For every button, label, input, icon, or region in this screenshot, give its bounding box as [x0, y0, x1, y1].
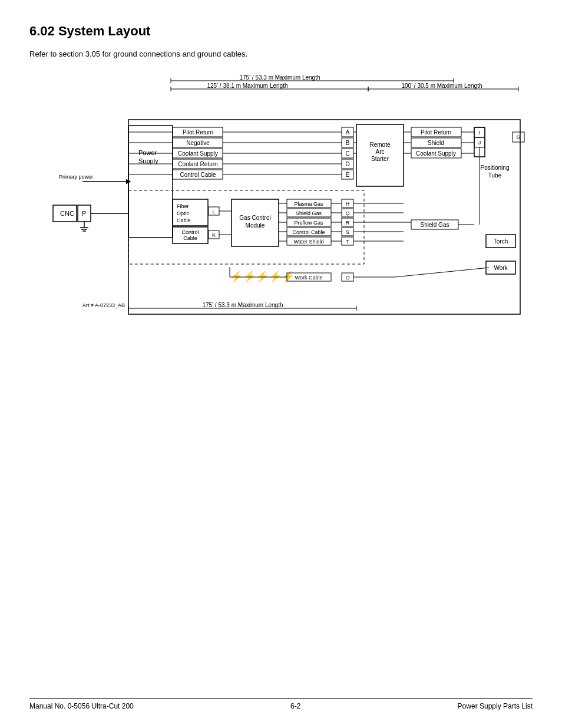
positioning-tube-label: Positioning — [481, 164, 510, 171]
control-cable-left-label: Control Cable — [180, 172, 216, 178]
power-supply-label: Power — [138, 149, 157, 156]
system-layout-diagram: 175' / 53.3 m Maximum Length 125' / 38.1… — [29, 73, 542, 332]
coolant-supply-right-label: Coolant Supply — [416, 150, 456, 157]
connector-h-label: H — [346, 201, 350, 207]
shield-right-label: Shield — [428, 140, 444, 146]
page-container: 6.02 System Layout Refer to section 3.05… — [0, 0, 562, 728]
pilot-return-right-label: Pilot Return — [421, 129, 451, 136]
p-label: P — [82, 210, 86, 217]
shield-gas-mid-label: Shield Gas — [296, 210, 322, 216]
shield-gas-right-label: Shield Gas — [421, 222, 449, 228]
coolant-supply-left-label: Coolant Supply — [178, 150, 218, 157]
positioning-tube-label2: Tube — [488, 172, 502, 179]
work-cable-label: Work Cable — [295, 275, 323, 281]
power-supply-label2: Supply — [138, 157, 158, 164]
footer-center: 6-2 — [290, 702, 300, 710]
connector-c-label: C — [345, 150, 349, 157]
diagram-area: 175' / 53.3 m Maximum Length 125' / 38.1… — [29, 73, 542, 332]
pilot-return-left-label: Pilot Return — [183, 129, 213, 136]
svg-line-95 — [395, 268, 489, 277]
control-cable-mid-label2: Cable — [183, 235, 197, 241]
connector-q-label: Q — [345, 210, 349, 216]
connector-r-label: R — [346, 220, 350, 226]
negative-label: Negative — [186, 140, 210, 146]
page-title: 6.02 System Layout — [29, 24, 533, 39]
work-label: Work — [494, 265, 508, 271]
bottom-length-label: 175' / 53.3 m Maximum Length — [203, 302, 283, 308]
connector-d-label: D — [345, 161, 349, 167]
page-subtitle: Refer to section 3.05 for ground connect… — [29, 50, 533, 58]
connector-j-label: J — [478, 140, 481, 146]
connector-o-label: O — [345, 275, 349, 281]
connector-b-label: B — [346, 140, 350, 146]
fiber-optic-label3: Cable — [177, 218, 191, 223]
remote-arc-starter-label: Remote — [369, 141, 390, 148]
footer-left: Manual No. 0-5056 Ultra-Cut 200 — [29, 702, 134, 710]
coolant-return-label: Coolant Return — [178, 161, 217, 167]
plasma-gas-label: Plasma Gas — [294, 201, 323, 207]
preflow-gas-label: Preflow Gas — [294, 220, 323, 226]
art-number-label: Art # A-07233_AB — [82, 302, 125, 308]
fiber-optic-label: Fiber — [177, 203, 189, 209]
control-cable-gas-label: Control Cable — [292, 229, 325, 235]
ground-clamp-symbols: ⚡⚡⚡⚡⚡ — [230, 270, 295, 283]
length-175-label: 175' / 53.3 m Maximum Length — [240, 74, 320, 81]
connector-e-label: E — [346, 172, 350, 178]
connector-i-label: I — [479, 130, 481, 136]
torch-label: Torch — [494, 238, 508, 245]
fiber-optic-label2: Optic — [177, 210, 190, 216]
remote-arc-label2: Arc — [376, 149, 385, 155]
length-100-label: 100' / 30.5 m Maximum Length — [402, 83, 482, 89]
control-cable-mid-label: Control — [181, 229, 199, 235]
connector-a-label: A — [346, 129, 350, 136]
connector-k-label: K — [212, 232, 216, 238]
connector-t-label: T — [346, 239, 349, 245]
gas-control-label: Gas Control — [239, 215, 270, 221]
connector-l-label: L — [212, 209, 215, 215]
gas-control-label2: Module — [246, 222, 265, 229]
primary-power-label: Primary power — [59, 174, 93, 180]
cnc-label: CNC — [60, 210, 74, 217]
footer-right: Power Supply Parts List — [458, 702, 533, 710]
footer-bar: Manual No. 0-5056 Ultra-Cut 200 6-2 Powe… — [29, 698, 533, 710]
connector-s-label: S — [346, 229, 349, 235]
length-125-label: 125' / 38.1 m Maximum Length — [207, 83, 288, 89]
remote-arc-label3: Starter — [371, 156, 389, 162]
water-shield-label: Water Shield — [293, 239, 323, 245]
